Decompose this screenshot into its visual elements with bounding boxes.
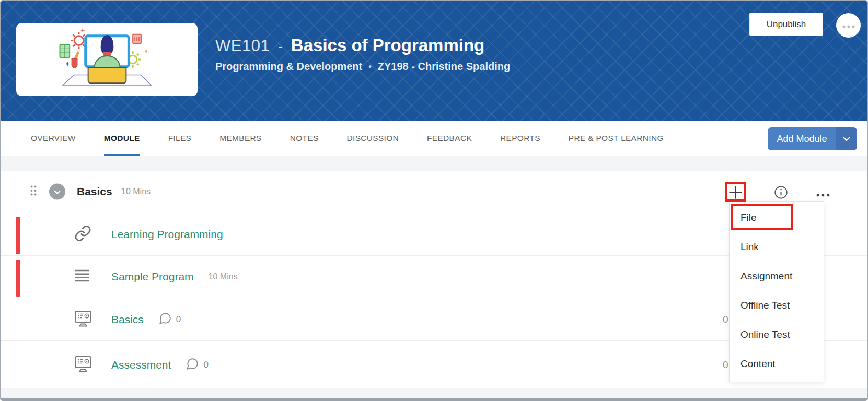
item-title-link[interactable]: Assessment	[111, 359, 171, 371]
course-category: Programming & Development	[215, 61, 362, 73]
info-icon	[774, 192, 788, 201]
module-info-button[interactable]	[774, 185, 788, 202]
progress-value: 0	[723, 314, 728, 325]
ellipsis-icon	[816, 190, 830, 198]
comment-count: 0	[203, 360, 208, 370]
module-more-button[interactable]	[816, 190, 830, 199]
title-dash: -	[278, 39, 283, 55]
tab-pre-post-learning[interactable]: PRE & POST LEARNING	[569, 121, 664, 156]
chevron-down-icon	[54, 187, 61, 196]
tab-notes[interactable]: NOTES	[290, 121, 319, 156]
course-page: WE101 - Basics of Programming Programmin…	[0, 0, 868, 401]
status-flag	[16, 217, 20, 254]
item-duration: 10 Mins	[209, 272, 238, 281]
comments-button[interactable]: 0	[186, 357, 208, 373]
menu-item-file[interactable]: File	[730, 203, 824, 232]
status-flag	[16, 260, 20, 297]
menu-item-content[interactable]: Content	[730, 349, 824, 379]
menu-item-link[interactable]: Link	[730, 232, 824, 262]
menu-item-online-test[interactable]: Online Test	[730, 320, 824, 349]
module-collapse-button[interactable]	[49, 184, 65, 200]
comment-bubble-icon	[186, 357, 199, 373]
item-title-link[interactable]: Sample Program	[111, 270, 194, 283]
progress-value: 0	[723, 359, 728, 371]
tab-module[interactable]: MODULE	[104, 121, 140, 156]
menu-item-offline-test[interactable]: Offline Test	[730, 291, 824, 320]
module-duration: 10 Mins	[121, 187, 151, 196]
tab-discussion[interactable]: DISCUSSION	[347, 121, 399, 156]
tab-members[interactable]: MEMBERS	[219, 121, 261, 156]
add-content-button[interactable]	[728, 185, 743, 202]
course-title-block: WE101 - Basics of Programming Programmin…	[215, 36, 510, 73]
course-hero-banner: WE101 - Basics of Programming Programmin…	[1, 1, 867, 121]
comment-bubble-icon	[158, 312, 172, 327]
page-title: Basics of Programming	[291, 36, 484, 55]
add-module-split-button: Add Module	[768, 127, 857, 150]
unpublish-button[interactable]: Unpublish	[749, 13, 823, 36]
course-instructor: ZY198 - Christine Spalding	[378, 61, 510, 73]
hero-more-button[interactable]	[836, 13, 861, 38]
course-thumbnail-card	[16, 23, 198, 96]
comments-button[interactable]: 0	[158, 312, 181, 327]
chevron-down-icon	[843, 135, 850, 143]
add-content-dropdown-menu: File Link Assignment Offline Test Online…	[729, 201, 824, 382]
add-module-button[interactable]: Add Module	[768, 127, 836, 150]
separator-dot: •	[368, 62, 372, 72]
item-title-link[interactable]: Basics	[111, 313, 144, 326]
tab-files[interactable]: FILES	[168, 121, 192, 156]
online-test-icon	[74, 310, 92, 329]
add-module-dropdown-button[interactable]	[836, 127, 857, 150]
course-tab-bar: OVERVIEW MODULE FILES MEMBERS NOTES DISC…	[1, 121, 867, 156]
plus-icon	[728, 192, 743, 201]
lines-icon	[74, 269, 90, 285]
drag-handle-icon[interactable]	[30, 185, 37, 198]
ellipsis-icon	[842, 21, 855, 30]
tabs: OVERVIEW MODULE FILES MEMBERS NOTES DISC…	[1, 121, 664, 156]
item-title-link[interactable]: Learning Programming	[111, 228, 223, 241]
tab-reports[interactable]: REPORTS	[500, 121, 540, 156]
online-test-icon	[74, 356, 92, 374]
tab-feedback[interactable]: FEEDBACK	[427, 121, 472, 156]
comment-count: 0	[176, 314, 181, 325]
course-code: WE101	[215, 37, 270, 55]
menu-item-assignment[interactable]: Assignment	[730, 262, 824, 291]
tab-overview[interactable]: OVERVIEW	[31, 121, 76, 156]
person-at-computer-illustration	[50, 28, 164, 91]
module-title: Basics	[77, 185, 112, 198]
link-icon	[74, 225, 91, 244]
